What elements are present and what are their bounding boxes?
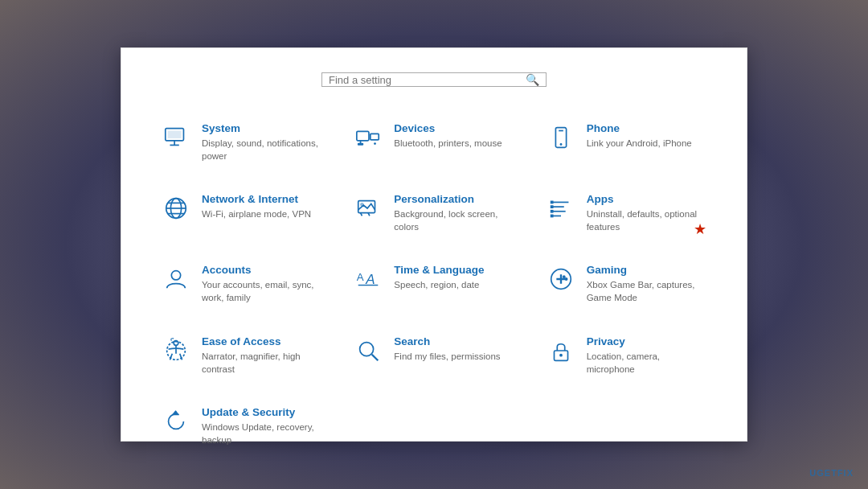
time-text: Time & Language Speech, region, date (394, 264, 484, 291)
phone-subtitle: Link your Android, iPhone (587, 137, 692, 150)
privacy-icon (547, 337, 575, 364)
apps-text: Apps Uninstall, defaults, optional featu… (587, 193, 706, 233)
svg-point-35 (360, 342, 374, 355)
svg-rect-7 (358, 144, 363, 145)
privacy-text: Privacy Location, camera, microphone (587, 335, 706, 376)
phone-title: Phone (587, 122, 692, 134)
gaming-text: Gaming Xbox Game Bar, captures, Game Mod… (587, 264, 706, 304)
svg-point-32 (564, 277, 567, 281)
ease-subtitle: Narrator, magnifier, high contrast (202, 350, 321, 376)
devices-text: Devices Bluetooth, printers, mouse (394, 122, 502, 150)
svg-point-38 (559, 353, 563, 356)
devices-title: Devices (394, 122, 502, 134)
ease-icon (162, 337, 190, 364)
gaming-title: Gaming (587, 264, 706, 276)
svg-point-27 (171, 271, 180, 280)
gaming-subtitle: Xbox Game Bar, captures, Game Mode (587, 278, 706, 304)
ease-text: Ease of Access Narrator, magnifier, high… (202, 335, 321, 376)
search-setting-icon (354, 337, 383, 364)
personalization-icon (354, 195, 383, 222)
settings-item-accounts[interactable]: Accounts Your accounts, email, sync, wor… (154, 253, 330, 315)
settings-item-personalization[interactable]: Personalization Background, lock screen,… (346, 182, 522, 244)
update-icon (162, 408, 190, 435)
svg-text:A: A (365, 272, 375, 287)
network-icon (162, 195, 190, 222)
svg-rect-26 (550, 215, 553, 218)
phone-icon (547, 124, 575, 151)
svg-rect-25 (550, 210, 553, 213)
settings-item-network[interactable]: Network & Internet Wi-Fi, airplane mode,… (154, 182, 330, 244)
svg-rect-5 (371, 134, 379, 140)
apps-subtitle: Uninstall, defaults, optional features (587, 208, 706, 233)
svg-rect-3 (168, 131, 182, 138)
search-bar[interactable]: 🔍 (321, 72, 547, 87)
time-icon: A A (354, 265, 383, 293)
settings-item-system[interactable]: System Display, sound, notifications, po… (154, 111, 330, 174)
settings-item-gaming[interactable]: Gaming Xbox Game Bar, captures, Game Mod… (538, 253, 714, 315)
svg-text:A: A (357, 271, 364, 283)
settings-grid: System Display, sound, notifications, po… (154, 111, 714, 458)
settings-item-devices[interactable]: Devices Bluetooth, printers, mouse (346, 111, 522, 174)
accounts-title: Accounts (202, 264, 321, 276)
privacy-title: Privacy (587, 335, 706, 347)
watermark: UGETFIX (809, 468, 854, 478)
settings-item-privacy[interactable]: Privacy Location, camera, microphone (538, 324, 714, 387)
system-subtitle: Display, sound, notifications, power (202, 137, 321, 162)
devices-subtitle: Bluetooth, printers, mouse (394, 137, 502, 150)
time-subtitle: Speech, region, date (394, 278, 484, 291)
update-title: Update & Security (202, 406, 321, 418)
search-text: Search Find my files, permissions (394, 335, 500, 363)
network-text: Network & Internet Wi-Fi, airplane mode,… (202, 193, 311, 220)
gaming-icon (547, 265, 575, 293)
search-subtitle: Find my files, permissions (394, 350, 500, 363)
svg-point-31 (563, 276, 566, 279)
network-title: Network & Internet (202, 193, 311, 205)
settings-item-apps[interactable]: Apps Uninstall, defaults, optional featu… (538, 182, 714, 244)
privacy-subtitle: Location, camera, microphone (587, 350, 706, 376)
svg-point-18 (360, 203, 364, 207)
update-text: Update & Security Windows Update, recove… (202, 406, 321, 446)
svg-point-11 (559, 143, 562, 146)
svg-rect-23 (550, 201, 553, 204)
svg-rect-4 (357, 131, 369, 140)
accounts-icon (162, 265, 190, 293)
settings-item-time[interactable]: A A Time & Language Speech, region, date (346, 253, 522, 315)
accounts-subtitle: Your accounts, email, sync, work, family (202, 278, 321, 304)
personalization-subtitle: Background, lock screen, colors (394, 208, 514, 233)
settings-window: 🔍 System Display, sound, notifications, … (121, 47, 747, 442)
ease-title: Ease of Access (202, 335, 321, 347)
apps-title: Apps (587, 193, 706, 205)
search-input[interactable] (329, 74, 526, 86)
time-title: Time & Language (394, 264, 484, 276)
search-title: Search (394, 335, 500, 347)
network-subtitle: Wi-Fi, airplane mode, VPN (202, 208, 311, 220)
personalization-text: Personalization Background, lock screen,… (394, 193, 514, 233)
devices-icon (354, 124, 383, 151)
system-text: System Display, sound, notifications, po… (202, 122, 321, 162)
system-title: System (202, 122, 321, 134)
settings-item-ease[interactable]: Ease of Access Narrator, magnifier, high… (154, 324, 330, 387)
update-subtitle: Windows Update, recovery, backup (202, 421, 321, 446)
search-icon: 🔍 (526, 73, 539, 86)
svg-point-8 (374, 142, 376, 145)
red-star: ★ (694, 220, 706, 238)
settings-item-update[interactable]: Update & Security Windows Update, recove… (154, 395, 330, 458)
accounts-text: Accounts Your accounts, email, sync, wor… (202, 264, 321, 304)
settings-item-phone[interactable]: Phone Link your Android, iPhone (538, 111, 714, 174)
svg-rect-24 (550, 205, 553, 208)
svg-line-36 (372, 354, 379, 360)
settings-item-search[interactable]: Search Find my files, permissions (346, 324, 522, 387)
system-icon (162, 124, 190, 151)
personalization-title: Personalization (394, 193, 514, 205)
apps-icon (547, 195, 575, 222)
phone-text: Phone Link your Android, iPhone (587, 122, 692, 150)
